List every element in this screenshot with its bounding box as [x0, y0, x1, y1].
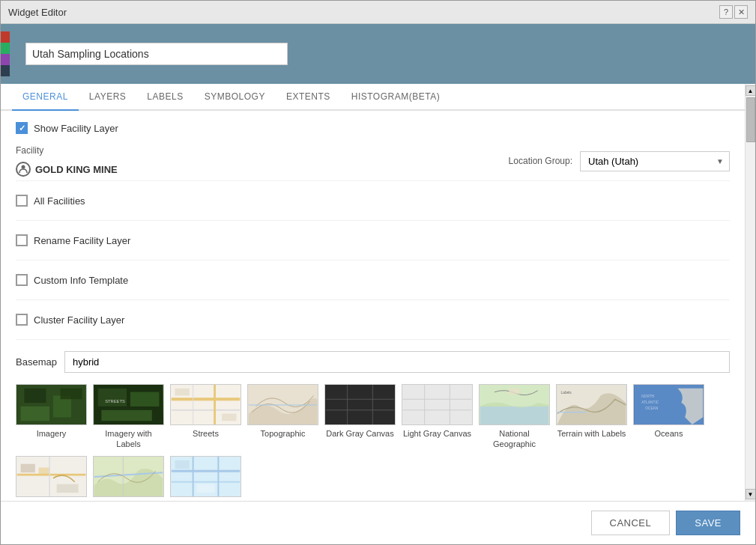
divider-5 — [16, 339, 730, 340]
swatch-dark — [1, 65, 10, 76]
show-facility-checkbox[interactable]: ✓ — [16, 122, 28, 134]
basemap-thumb-terrain: Labels — [556, 384, 627, 425]
basemap-item-imagery[interactable]: Imagery — [16, 384, 87, 450]
svg-rect-54 — [175, 460, 190, 469]
facility-name: GOLD KING MINE — [35, 164, 118, 175]
general-panel: ✓ Show Facility Layer Facility — [1, 111, 745, 501]
svg-text:NORTH: NORTH — [641, 395, 655, 398]
title-bar-buttons: ? ✕ — [719, 5, 748, 19]
tab-labels[interactable]: LABELS — [136, 84, 193, 111]
svg-rect-2 — [24, 389, 46, 403]
basemap-item-osm[interactable]: OpenStreetMap — [16, 456, 87, 501]
location-group-label: Location Group: — [509, 156, 572, 166]
all-facilities-label: All Facilities — [34, 195, 85, 207]
help-button[interactable]: ? — [719, 5, 733, 19]
cluster-facility-label: Cluster Facility Layer — [34, 314, 124, 326]
swatch-purple — [1, 54, 10, 65]
svg-rect-45 — [57, 484, 79, 493]
basemap-input[interactable] — [64, 351, 730, 373]
widget-title-input[interactable] — [25, 43, 288, 65]
basemap-item-streets[interactable]: Streets — [170, 384, 241, 450]
basemap-item-topographic[interactable]: Topographic — [247, 384, 318, 450]
facility-left: Facility GOLD KING MINE — [16, 145, 118, 177]
svg-rect-31 — [480, 407, 549, 424]
checkmark-icon: ✓ — [19, 124, 25, 133]
basemap-name-dark-gray: Dark Gray Canvas — [326, 428, 393, 439]
scrollbar[interactable]: ▲ ▼ — [745, 84, 755, 501]
close-button[interactable]: ✕ — [734, 5, 748, 19]
tab-general[interactable]: GENERAL — [12, 84, 79, 111]
custom-info-checkbox[interactable] — [16, 274, 28, 286]
all-facilities-row: All Facilities — [16, 189, 730, 213]
scrollbar-up-button[interactable]: ▲ — [746, 85, 756, 96]
basemap-thumb-dark-gray — [324, 384, 396, 425]
svg-rect-55 — [196, 484, 214, 493]
tab-layers[interactable]: LAYERS — [79, 84, 136, 111]
svg-rect-8 — [130, 392, 160, 407]
basemap-item-oceans[interactable]: NORTH ATLANTIC OCEAN Oceans — [633, 384, 704, 450]
facility-row: Facility GOLD KING MINE — [16, 145, 730, 177]
basemap-name-imagery-labels: Imagery with Labels — [93, 428, 164, 450]
main-content: GENERAL LAYERS LABELS SYMBOLOGY EXTENTS … — [1, 84, 745, 501]
show-facility-label: Show Facility Layer — [34, 123, 118, 134]
svg-rect-32 — [509, 389, 519, 395]
basemap-item-usa-topo[interactable]: USA Topo Maps — [93, 456, 164, 501]
tab-extents[interactable]: EXTENTS — [276, 84, 341, 111]
basemap-thumb-usa-topo — [93, 456, 164, 497]
basemap-name-streets: Streets — [193, 428, 219, 439]
scrollbar-down-button[interactable]: ▼ — [746, 489, 756, 499]
footer: CANCEL SAVE — [1, 501, 755, 544]
basemap-section: Basemap — [16, 351, 730, 501]
svg-point-0 — [22, 165, 25, 169]
basemap-name-oceans: Oceans — [655, 428, 683, 439]
basemap-thumb-oceans: NORTH ATLANTIC OCEAN — [633, 384, 704, 425]
save-button[interactable]: SAVE — [676, 511, 740, 535]
basemap-item-dark-gray[interactable]: Dark Gray Canvas — [324, 384, 396, 450]
basemap-thumb-imagery — [16, 384, 87, 425]
basemap-item-light-gray[interactable]: Light Gray Canvas — [402, 384, 473, 450]
show-facility-row: ✓ Show Facility Layer — [16, 122, 730, 134]
content-area: GENERAL LAYERS LABELS SYMBOLOGY EXTENTS … — [1, 84, 755, 501]
basemap-name-topographic: Topographic — [261, 428, 306, 439]
swatch-green — [1, 43, 10, 54]
svg-rect-42 — [39, 467, 49, 475]
cluster-facility-checkbox[interactable] — [16, 314, 28, 326]
cancel-button[interactable]: CANCEL — [591, 511, 671, 535]
scrollbar-thumb[interactable] — [746, 97, 755, 142]
swatch-red — [1, 31, 10, 43]
tabs-bar: GENERAL LAYERS LABELS SYMBOLOGY EXTENTS … — [1, 84, 745, 111]
cluster-facility-row: Cluster Facility Layer — [16, 308, 730, 332]
basemap-item-terrain[interactable]: Labels Terrain with Labels — [556, 384, 627, 450]
rename-facility-row: Rename Facility Layer — [16, 228, 730, 252]
all-facilities-checkbox[interactable] — [16, 195, 28, 207]
facility-person-icon — [16, 162, 31, 177]
location-group-row: Location Group: Utah (Utah) Colorado (Co… — [509, 151, 730, 171]
basemap-name-terrain: Terrain with Labels — [557, 428, 626, 439]
basemap-item-national-geo[interactable]: National Geographic — [479, 384, 550, 450]
custom-info-label: Custom Info Template — [34, 275, 128, 286]
tab-histogram[interactable]: HISTOGRAM(BETA) — [341, 84, 450, 111]
basemap-name-national-geo: National Geographic — [479, 428, 550, 450]
basemap-thumb-streets — [170, 384, 241, 425]
basemap-item-usgs[interactable]: USGS National Map — [170, 456, 241, 501]
svg-rect-7 — [98, 389, 127, 407]
widget-editor-dialog: Widget Editor ? ✕ GENERAL LAYERS LABELS … — [0, 0, 756, 545]
color-swatches — [1, 31, 10, 76]
basemap-thumb-topographic — [247, 384, 318, 425]
svg-rect-17 — [222, 414, 236, 421]
tab-symbology[interactable]: SYMBOLOGY — [194, 84, 276, 111]
svg-text:OCEAN: OCEAN — [645, 407, 659, 410]
svg-rect-25 — [403, 385, 472, 424]
location-group-select[interactable]: Utah (Utah) Colorado (Colorado) Nevada (… — [580, 151, 730, 171]
basemap-item-imagery-labels[interactable]: STREETS Imagery with Labels — [93, 384, 164, 450]
basemap-row: Basemap — [16, 351, 730, 373]
rename-facility-label: Rename Facility Layer — [34, 235, 130, 246]
divider-3 — [16, 260, 730, 261]
basemap-thumb-osm — [16, 456, 87, 497]
rename-facility-checkbox[interactable] — [16, 234, 28, 246]
location-group-wrapper: Utah (Utah) Colorado (Colorado) Nevada (… — [580, 151, 730, 171]
svg-rect-9 — [101, 410, 151, 421]
basemap-name-light-gray: Light Gray Canvas — [403, 428, 471, 439]
facility-name-row: GOLD KING MINE — [16, 162, 118, 177]
svg-rect-4 — [21, 407, 50, 421]
